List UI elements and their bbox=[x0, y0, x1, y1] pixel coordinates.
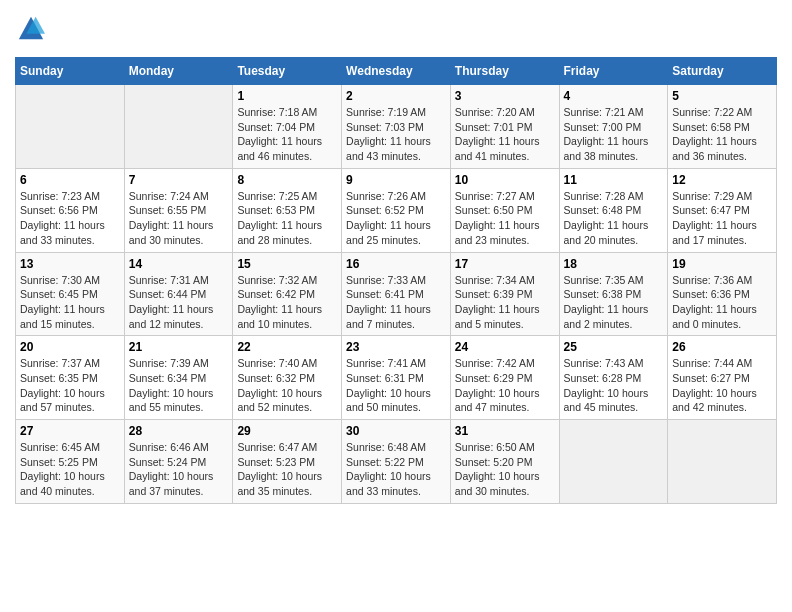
weekday-header: Wednesday bbox=[342, 58, 451, 85]
calendar-cell: 31Sunrise: 6:50 AM Sunset: 5:20 PM Dayli… bbox=[450, 420, 559, 504]
calendar-cell: 18Sunrise: 7:35 AM Sunset: 6:38 PM Dayli… bbox=[559, 252, 668, 336]
day-info: Sunrise: 6:47 AM Sunset: 5:23 PM Dayligh… bbox=[237, 440, 337, 499]
day-info: Sunrise: 7:37 AM Sunset: 6:35 PM Dayligh… bbox=[20, 356, 120, 415]
logo bbox=[15, 15, 45, 47]
calendar-cell: 11Sunrise: 7:28 AM Sunset: 6:48 PM Dayli… bbox=[559, 168, 668, 252]
calendar-cell: 28Sunrise: 6:46 AM Sunset: 5:24 PM Dayli… bbox=[124, 420, 233, 504]
day-number: 3 bbox=[455, 89, 555, 103]
weekday-header: Tuesday bbox=[233, 58, 342, 85]
day-info: Sunrise: 7:18 AM Sunset: 7:04 PM Dayligh… bbox=[237, 105, 337, 164]
page-header bbox=[15, 15, 777, 47]
calendar-cell: 6Sunrise: 7:23 AM Sunset: 6:56 PM Daylig… bbox=[16, 168, 125, 252]
day-number: 5 bbox=[672, 89, 772, 103]
day-number: 15 bbox=[237, 257, 337, 271]
day-number: 20 bbox=[20, 340, 120, 354]
calendar-table: SundayMondayTuesdayWednesdayThursdayFrid… bbox=[15, 57, 777, 504]
day-number: 31 bbox=[455, 424, 555, 438]
day-info: Sunrise: 7:44 AM Sunset: 6:27 PM Dayligh… bbox=[672, 356, 772, 415]
calendar-cell: 2Sunrise: 7:19 AM Sunset: 7:03 PM Daylig… bbox=[342, 85, 451, 169]
calendar-cell: 21Sunrise: 7:39 AM Sunset: 6:34 PM Dayli… bbox=[124, 336, 233, 420]
day-info: Sunrise: 7:31 AM Sunset: 6:44 PM Dayligh… bbox=[129, 273, 229, 332]
calendar-header: SundayMondayTuesdayWednesdayThursdayFrid… bbox=[16, 58, 777, 85]
calendar-cell bbox=[16, 85, 125, 169]
weekday-header: Monday bbox=[124, 58, 233, 85]
calendar-cell: 29Sunrise: 6:47 AM Sunset: 5:23 PM Dayli… bbox=[233, 420, 342, 504]
calendar-cell: 27Sunrise: 6:45 AM Sunset: 5:25 PM Dayli… bbox=[16, 420, 125, 504]
calendar-cell: 30Sunrise: 6:48 AM Sunset: 5:22 PM Dayli… bbox=[342, 420, 451, 504]
calendar-body: 1Sunrise: 7:18 AM Sunset: 7:04 PM Daylig… bbox=[16, 85, 777, 504]
weekday-header: Sunday bbox=[16, 58, 125, 85]
day-number: 12 bbox=[672, 173, 772, 187]
day-number: 23 bbox=[346, 340, 446, 354]
calendar-cell: 4Sunrise: 7:21 AM Sunset: 7:00 PM Daylig… bbox=[559, 85, 668, 169]
day-info: Sunrise: 7:43 AM Sunset: 6:28 PM Dayligh… bbox=[564, 356, 664, 415]
calendar-cell: 13Sunrise: 7:30 AM Sunset: 6:45 PM Dayli… bbox=[16, 252, 125, 336]
weekday-header: Saturday bbox=[668, 58, 777, 85]
calendar-cell bbox=[559, 420, 668, 504]
day-number: 26 bbox=[672, 340, 772, 354]
day-info: Sunrise: 7:36 AM Sunset: 6:36 PM Dayligh… bbox=[672, 273, 772, 332]
day-number: 9 bbox=[346, 173, 446, 187]
day-number: 19 bbox=[672, 257, 772, 271]
day-info: Sunrise: 7:27 AM Sunset: 6:50 PM Dayligh… bbox=[455, 189, 555, 248]
day-number: 17 bbox=[455, 257, 555, 271]
calendar-cell bbox=[668, 420, 777, 504]
day-info: Sunrise: 7:32 AM Sunset: 6:42 PM Dayligh… bbox=[237, 273, 337, 332]
calendar-cell: 26Sunrise: 7:44 AM Sunset: 6:27 PM Dayli… bbox=[668, 336, 777, 420]
day-info: Sunrise: 7:41 AM Sunset: 6:31 PM Dayligh… bbox=[346, 356, 446, 415]
calendar-cell: 20Sunrise: 7:37 AM Sunset: 6:35 PM Dayli… bbox=[16, 336, 125, 420]
day-info: Sunrise: 7:20 AM Sunset: 7:01 PM Dayligh… bbox=[455, 105, 555, 164]
calendar-cell: 19Sunrise: 7:36 AM Sunset: 6:36 PM Dayli… bbox=[668, 252, 777, 336]
calendar-cell: 3Sunrise: 7:20 AM Sunset: 7:01 PM Daylig… bbox=[450, 85, 559, 169]
calendar-week-row: 13Sunrise: 7:30 AM Sunset: 6:45 PM Dayli… bbox=[16, 252, 777, 336]
day-info: Sunrise: 6:48 AM Sunset: 5:22 PM Dayligh… bbox=[346, 440, 446, 499]
day-number: 25 bbox=[564, 340, 664, 354]
day-info: Sunrise: 7:22 AM Sunset: 6:58 PM Dayligh… bbox=[672, 105, 772, 164]
weekday-header: Thursday bbox=[450, 58, 559, 85]
calendar-cell: 22Sunrise: 7:40 AM Sunset: 6:32 PM Dayli… bbox=[233, 336, 342, 420]
calendar-cell: 8Sunrise: 7:25 AM Sunset: 6:53 PM Daylig… bbox=[233, 168, 342, 252]
calendar-cell: 25Sunrise: 7:43 AM Sunset: 6:28 PM Dayli… bbox=[559, 336, 668, 420]
day-number: 27 bbox=[20, 424, 120, 438]
day-number: 11 bbox=[564, 173, 664, 187]
day-number: 7 bbox=[129, 173, 229, 187]
day-info: Sunrise: 6:45 AM Sunset: 5:25 PM Dayligh… bbox=[20, 440, 120, 499]
weekday-header-row: SundayMondayTuesdayWednesdayThursdayFrid… bbox=[16, 58, 777, 85]
calendar-week-row: 20Sunrise: 7:37 AM Sunset: 6:35 PM Dayli… bbox=[16, 336, 777, 420]
calendar-cell: 16Sunrise: 7:33 AM Sunset: 6:41 PM Dayli… bbox=[342, 252, 451, 336]
calendar-cell: 5Sunrise: 7:22 AM Sunset: 6:58 PM Daylig… bbox=[668, 85, 777, 169]
weekday-header: Friday bbox=[559, 58, 668, 85]
day-number: 4 bbox=[564, 89, 664, 103]
day-number: 29 bbox=[237, 424, 337, 438]
day-number: 30 bbox=[346, 424, 446, 438]
day-info: Sunrise: 7:39 AM Sunset: 6:34 PM Dayligh… bbox=[129, 356, 229, 415]
calendar-cell: 12Sunrise: 7:29 AM Sunset: 6:47 PM Dayli… bbox=[668, 168, 777, 252]
day-number: 24 bbox=[455, 340, 555, 354]
day-info: Sunrise: 7:33 AM Sunset: 6:41 PM Dayligh… bbox=[346, 273, 446, 332]
calendar-cell: 24Sunrise: 7:42 AM Sunset: 6:29 PM Dayli… bbox=[450, 336, 559, 420]
day-number: 2 bbox=[346, 89, 446, 103]
calendar-week-row: 6Sunrise: 7:23 AM Sunset: 6:56 PM Daylig… bbox=[16, 168, 777, 252]
day-info: Sunrise: 7:35 AM Sunset: 6:38 PM Dayligh… bbox=[564, 273, 664, 332]
logo-icon bbox=[17, 15, 45, 43]
calendar-cell bbox=[124, 85, 233, 169]
day-info: Sunrise: 7:29 AM Sunset: 6:47 PM Dayligh… bbox=[672, 189, 772, 248]
calendar-cell: 14Sunrise: 7:31 AM Sunset: 6:44 PM Dayli… bbox=[124, 252, 233, 336]
day-number: 22 bbox=[237, 340, 337, 354]
day-number: 18 bbox=[564, 257, 664, 271]
calendar-cell: 7Sunrise: 7:24 AM Sunset: 6:55 PM Daylig… bbox=[124, 168, 233, 252]
day-number: 1 bbox=[237, 89, 337, 103]
day-info: Sunrise: 7:21 AM Sunset: 7:00 PM Dayligh… bbox=[564, 105, 664, 164]
calendar-cell: 1Sunrise: 7:18 AM Sunset: 7:04 PM Daylig… bbox=[233, 85, 342, 169]
day-number: 16 bbox=[346, 257, 446, 271]
calendar-week-row: 27Sunrise: 6:45 AM Sunset: 5:25 PM Dayli… bbox=[16, 420, 777, 504]
calendar-cell: 23Sunrise: 7:41 AM Sunset: 6:31 PM Dayli… bbox=[342, 336, 451, 420]
day-info: Sunrise: 7:28 AM Sunset: 6:48 PM Dayligh… bbox=[564, 189, 664, 248]
day-info: Sunrise: 7:24 AM Sunset: 6:55 PM Dayligh… bbox=[129, 189, 229, 248]
day-number: 13 bbox=[20, 257, 120, 271]
day-info: Sunrise: 7:19 AM Sunset: 7:03 PM Dayligh… bbox=[346, 105, 446, 164]
day-info: Sunrise: 6:46 AM Sunset: 5:24 PM Dayligh… bbox=[129, 440, 229, 499]
calendar-week-row: 1Sunrise: 7:18 AM Sunset: 7:04 PM Daylig… bbox=[16, 85, 777, 169]
day-info: Sunrise: 7:34 AM Sunset: 6:39 PM Dayligh… bbox=[455, 273, 555, 332]
day-number: 6 bbox=[20, 173, 120, 187]
